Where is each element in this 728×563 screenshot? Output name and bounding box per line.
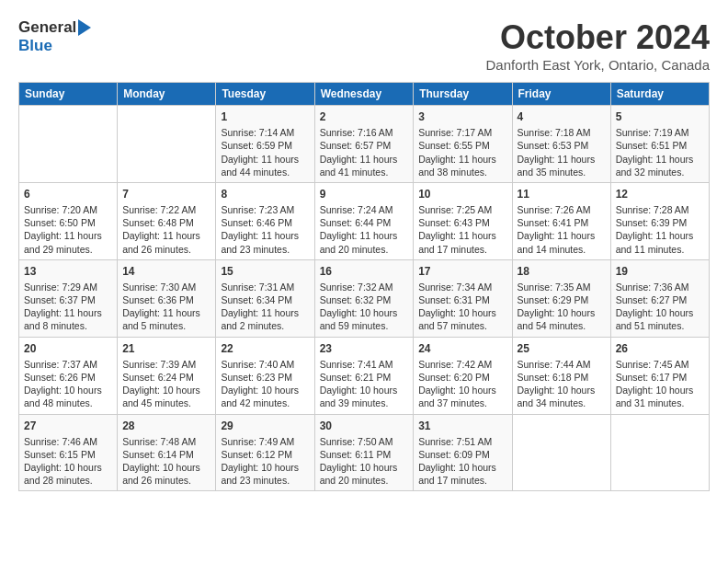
logo: General Blue: [18, 18, 91, 55]
day-cell: 30Sunrise: 7:50 AMSunset: 6:11 PMDayligh…: [314, 414, 414, 491]
day-cell: 14Sunrise: 7:30 AMSunset: 6:36 PMDayligh…: [118, 259, 216, 337]
week-row-5: 27Sunrise: 7:46 AMSunset: 6:15 PMDayligh…: [19, 414, 710, 491]
day-cell: 19Sunrise: 7:36 AMSunset: 6:27 PMDayligh…: [610, 259, 709, 337]
logo-blue: Blue: [18, 37, 52, 54]
day-cell: 7Sunrise: 7:22 AMSunset: 6:48 PMDaylight…: [118, 182, 216, 259]
page-header: General Blue October 2024 Danforth East …: [18, 18, 710, 73]
day-cell: [19, 106, 118, 183]
day-info: Sunrise: 7:29 AMSunset: 6:37 PMDaylight:…: [24, 281, 112, 333]
day-info: Sunrise: 7:39 AMSunset: 6:24 PMDaylight:…: [122, 358, 210, 410]
day-cell: 9Sunrise: 7:24 AMSunset: 6:44 PMDaylight…: [314, 182, 414, 259]
day-number: 31: [418, 419, 506, 433]
day-info: Sunrise: 7:22 AMSunset: 6:48 PMDaylight:…: [122, 203, 210, 256]
day-cell: 18Sunrise: 7:35 AMSunset: 6:29 PMDayligh…: [512, 259, 610, 337]
day-number: 29: [221, 419, 309, 433]
title-block: October 2024 Danforth East York, Ontario…: [486, 18, 710, 73]
day-cell: 29Sunrise: 7:49 AMSunset: 6:12 PMDayligh…: [216, 414, 314, 491]
day-cell: 20Sunrise: 7:37 AMSunset: 6:26 PMDayligh…: [19, 337, 118, 414]
day-number: 11: [518, 187, 606, 201]
day-cell: 17Sunrise: 7:34 AMSunset: 6:31 PMDayligh…: [414, 259, 512, 337]
day-number: 23: [320, 341, 409, 356]
day-cell: 26Sunrise: 7:45 AMSunset: 6:17 PMDayligh…: [610, 337, 709, 414]
day-number: 2: [320, 109, 409, 124]
day-info: Sunrise: 7:30 AMSunset: 6:36 PMDaylight:…: [122, 281, 210, 333]
day-info: Sunrise: 7:17 AMSunset: 6:55 PMDaylight:…: [418, 126, 506, 178]
day-cell: 13Sunrise: 7:29 AMSunset: 6:37 PMDayligh…: [19, 259, 118, 337]
day-cell: 11Sunrise: 7:26 AMSunset: 6:41 PMDayligh…: [512, 182, 610, 259]
week-row-3: 13Sunrise: 7:29 AMSunset: 6:37 PMDayligh…: [19, 259, 710, 337]
day-cell: 3Sunrise: 7:17 AMSunset: 6:55 PMDaylight…: [414, 106, 512, 183]
day-cell: 6Sunrise: 7:20 AMSunset: 6:50 PMDaylight…: [19, 182, 118, 259]
day-cell: [512, 414, 610, 491]
day-cell: 12Sunrise: 7:28 AMSunset: 6:39 PMDayligh…: [610, 182, 709, 259]
column-header-friday: Friday: [512, 83, 610, 106]
day-number: 7: [122, 187, 210, 201]
day-info: Sunrise: 7:46 AMSunset: 6:15 PMDaylight:…: [24, 435, 112, 488]
day-number: 27: [24, 419, 112, 433]
day-number: 22: [221, 341, 309, 356]
day-info: Sunrise: 7:49 AMSunset: 6:12 PMDaylight:…: [221, 435, 309, 488]
day-number: 21: [122, 341, 210, 356]
day-info: Sunrise: 7:37 AMSunset: 6:26 PMDaylight:…: [24, 358, 112, 410]
location: Danforth East York, Ontario, Canada: [486, 57, 710, 73]
day-cell: 2Sunrise: 7:16 AMSunset: 6:57 PMDaylight…: [314, 106, 414, 183]
day-number: 15: [221, 264, 309, 279]
day-number: 18: [518, 264, 606, 279]
day-cell: 28Sunrise: 7:48 AMSunset: 6:14 PMDayligh…: [118, 414, 216, 491]
day-info: Sunrise: 7:32 AMSunset: 6:32 PMDaylight:…: [320, 281, 409, 333]
day-number: 30: [320, 419, 409, 433]
day-cell: 21Sunrise: 7:39 AMSunset: 6:24 PMDayligh…: [118, 337, 216, 414]
day-number: 8: [221, 187, 309, 201]
day-cell: [610, 414, 709, 491]
day-number: 16: [320, 264, 409, 279]
day-info: Sunrise: 7:34 AMSunset: 6:31 PMDaylight:…: [418, 281, 506, 333]
day-number: 9: [320, 187, 409, 201]
day-cell: 5Sunrise: 7:19 AMSunset: 6:51 PMDaylight…: [610, 106, 709, 183]
day-info: Sunrise: 7:36 AMSunset: 6:27 PMDaylight:…: [616, 281, 704, 333]
day-number: 19: [616, 264, 704, 279]
day-number: 1: [221, 109, 309, 124]
month-title: October 2024: [486, 18, 710, 57]
day-info: Sunrise: 7:40 AMSunset: 6:23 PMDaylight:…: [221, 358, 309, 410]
day-info: Sunrise: 7:50 AMSunset: 6:11 PMDaylight:…: [320, 435, 409, 488]
day-info: Sunrise: 7:16 AMSunset: 6:57 PMDaylight:…: [320, 126, 409, 178]
day-info: Sunrise: 7:31 AMSunset: 6:34 PMDaylight:…: [221, 281, 309, 333]
column-header-monday: Monday: [118, 83, 216, 106]
week-row-1: 1Sunrise: 7:14 AMSunset: 6:59 PMDaylight…: [19, 106, 710, 183]
day-info: Sunrise: 7:25 AMSunset: 6:43 PMDaylight:…: [418, 203, 506, 256]
day-info: Sunrise: 7:51 AMSunset: 6:09 PMDaylight:…: [418, 435, 506, 488]
day-info: Sunrise: 7:19 AMSunset: 6:51 PMDaylight:…: [616, 126, 704, 178]
calendar-table: SundayMondayTuesdayWednesdayThursdayFrid…: [18, 82, 710, 491]
column-header-saturday: Saturday: [610, 83, 709, 106]
day-info: Sunrise: 7:44 AMSunset: 6:18 PMDaylight:…: [518, 358, 606, 410]
day-info: Sunrise: 7:14 AMSunset: 6:59 PMDaylight:…: [221, 126, 309, 178]
week-row-2: 6Sunrise: 7:20 AMSunset: 6:50 PMDaylight…: [19, 182, 710, 259]
day-number: 17: [418, 264, 506, 279]
day-info: Sunrise: 7:41 AMSunset: 6:21 PMDaylight:…: [320, 358, 409, 410]
day-info: Sunrise: 7:45 AMSunset: 6:17 PMDaylight:…: [616, 358, 704, 410]
week-row-4: 20Sunrise: 7:37 AMSunset: 6:26 PMDayligh…: [19, 337, 710, 414]
day-info: Sunrise: 7:23 AMSunset: 6:46 PMDaylight:…: [221, 203, 309, 256]
day-number: 4: [518, 109, 606, 124]
day-cell: 22Sunrise: 7:40 AMSunset: 6:23 PMDayligh…: [216, 337, 314, 414]
day-cell: 15Sunrise: 7:31 AMSunset: 6:34 PMDayligh…: [216, 259, 314, 337]
day-number: 6: [24, 187, 112, 201]
column-header-thursday: Thursday: [414, 83, 512, 106]
day-cell: 25Sunrise: 7:44 AMSunset: 6:18 PMDayligh…: [512, 337, 610, 414]
day-info: Sunrise: 7:35 AMSunset: 6:29 PMDaylight:…: [518, 281, 606, 333]
logo-general: General: [18, 18, 76, 36]
day-cell: 24Sunrise: 7:42 AMSunset: 6:20 PMDayligh…: [414, 337, 512, 414]
column-header-sunday: Sunday: [19, 83, 118, 106]
day-number: 3: [418, 109, 506, 124]
day-info: Sunrise: 7:48 AMSunset: 6:14 PMDaylight:…: [122, 435, 210, 488]
header-row: SundayMondayTuesdayWednesdayThursdayFrid…: [19, 83, 710, 106]
day-info: Sunrise: 7:18 AMSunset: 6:53 PMDaylight:…: [518, 126, 606, 178]
day-cell: 10Sunrise: 7:25 AMSunset: 6:43 PMDayligh…: [414, 182, 512, 259]
day-cell: 23Sunrise: 7:41 AMSunset: 6:21 PMDayligh…: [314, 337, 414, 414]
day-number: 12: [616, 187, 704, 201]
logo-icon: [78, 19, 91, 36]
column-header-wednesday: Wednesday: [314, 83, 414, 106]
day-cell: 31Sunrise: 7:51 AMSunset: 6:09 PMDayligh…: [414, 414, 512, 491]
day-cell: 8Sunrise: 7:23 AMSunset: 6:46 PMDaylight…: [216, 182, 314, 259]
day-info: Sunrise: 7:42 AMSunset: 6:20 PMDaylight:…: [418, 358, 506, 410]
